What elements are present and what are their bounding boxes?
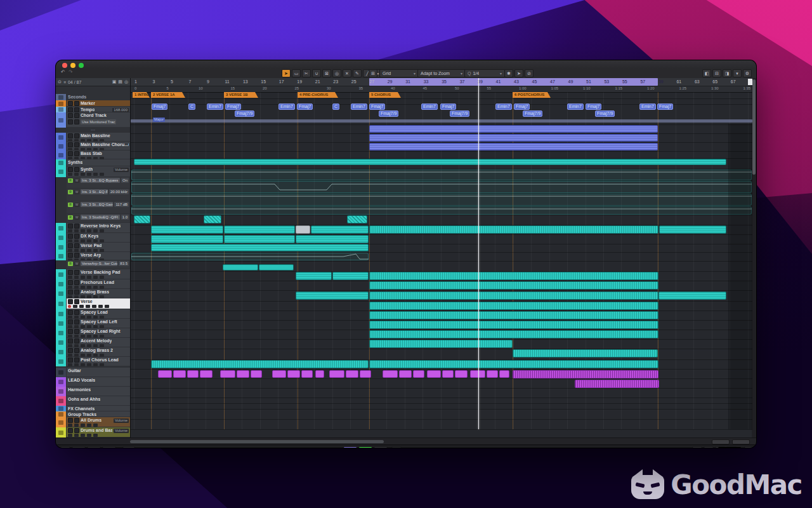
- control-knob[interactable]: [81, 173, 85, 176]
- quantize-extra-icon-0[interactable]: ✱: [504, 69, 513, 77]
- track-row-body[interactable]: RWVerseArp-S...lter Cutoff83.5: [67, 260, 130, 269]
- mute-button[interactable]: [68, 310, 73, 315]
- snap-modes-dropdown[interactable]: ✚▾: [87, 446, 101, 448]
- left-zone-toggle[interactable]: ◧: [702, 69, 711, 77]
- track-row-body[interactable]: FX Channels: [67, 406, 130, 411]
- chord-event[interactable]: Emin7: [421, 104, 438, 110]
- pin-icon[interactable]: ⊙: [58, 79, 62, 84]
- control-knob[interactable]: [74, 434, 79, 437]
- solo-button[interactable]: [74, 270, 79, 275]
- mute-tool-icon[interactable]: ✕: [343, 69, 351, 77]
- track-row[interactable]: Main Bassline: [56, 133, 130, 142]
- chord-event[interactable]: Fmaj7: [586, 104, 601, 110]
- track-row-body[interactable]: RWIns. 3 St...EQ-Freq/Fl20.00 kHz: [67, 189, 130, 201]
- control-knob[interactable]: [93, 173, 98, 176]
- audio-region[interactable]: [369, 281, 658, 290]
- audio-region[interactable]: [399, 370, 412, 378]
- track-color-tab[interactable]: [56, 417, 66, 427]
- record-enable-button[interactable]: [68, 305, 71, 308]
- audio-region[interactable]: [369, 272, 658, 280]
- audio-region[interactable]: [287, 370, 300, 378]
- solo-button[interactable]: [74, 101, 79, 106]
- zoom-tool-icon[interactable]: ◎: [332, 69, 341, 77]
- audio-region[interactable]: [369, 321, 658, 329]
- track-row-body[interactable]: Prechorus Lead: [67, 279, 130, 288]
- track-color-tab[interactable]: [56, 328, 66, 338]
- track-row-body[interactable]: RWIns. 3 StudioEQ -Q/Fl1.0: [67, 214, 130, 222]
- chord-event[interactable]: Emin7: [207, 104, 223, 110]
- vertical-scrollbar[interactable]: [752, 78, 756, 438]
- track-color-tab[interactable]: [56, 319, 66, 328]
- track-row[interactable]: Verse: [56, 298, 130, 309]
- audition-button[interactable]: [74, 119, 79, 124]
- control-knob[interactable]: [87, 173, 91, 176]
- track-row-body[interactable]: LEAD Vocals: [67, 377, 130, 386]
- solo-button[interactable]: [74, 243, 79, 248]
- track-row[interactable]: RWIns. 3 St...EQ-BypassOn: [56, 177, 130, 189]
- audio-region[interactable]: [151, 360, 369, 368]
- solo-button[interactable]: [74, 290, 79, 295]
- chord-event[interactable]: C: [332, 104, 339, 110]
- control-knob[interactable]: [68, 276, 72, 279]
- chord-event[interactable]: Emin7: [351, 104, 367, 110]
- control-knob[interactable]: [81, 229, 85, 232]
- control-knob[interactable]: [93, 276, 98, 279]
- mute-button[interactable]: [68, 113, 73, 118]
- audio-region[interactable]: [204, 215, 221, 224]
- audio-region[interactable]: [369, 302, 658, 310]
- lower-zone-toggle[interactable]: ⊟: [712, 69, 721, 77]
- control-knob[interactable]: [93, 229, 98, 232]
- track-row[interactable]: Accent Melody: [56, 338, 130, 347]
- audio-region[interactable]: [296, 272, 332, 280]
- zoom-button[interactable]: [79, 63, 84, 68]
- audio-region[interactable]: [311, 225, 369, 234]
- track-color-tab[interactable]: [56, 133, 66, 142]
- track-color-tab[interactable]: [56, 309, 66, 319]
- audio-region[interactable]: [224, 235, 295, 243]
- audio-region[interactable]: [369, 340, 513, 348]
- track-row-body[interactable]: Oohs and Ahhs: [67, 396, 130, 405]
- audio-region[interactable]: [151, 235, 223, 243]
- track-row[interactable]: Oohs and Ahhs: [56, 396, 130, 406]
- marker-event[interactable]: 4 PRE-CHORUS: [298, 92, 338, 98]
- solo-button[interactable]: [74, 224, 79, 229]
- mute-button[interactable]: [68, 280, 73, 285]
- chord-event[interactable]: Fmaj7: [297, 104, 313, 110]
- zones-menu[interactable]: ▾: [733, 69, 742, 77]
- track-row[interactable]: SynthVolume: [56, 166, 130, 177]
- read-automation-button[interactable]: R: [68, 190, 73, 194]
- audio-region[interactable]: [158, 370, 172, 378]
- control-knob[interactable]: [74, 229, 79, 232]
- solo-button[interactable]: [74, 167, 79, 172]
- mute-button[interactable]: [68, 290, 73, 295]
- chord-event[interactable]: Fmaj7: [225, 104, 241, 110]
- quantize-extra-icon-2[interactable]: ⊘: [525, 69, 534, 77]
- mute-button[interactable]: [68, 348, 73, 353]
- track-row-body[interactable]: DX Keys: [67, 233, 130, 242]
- chord-event[interactable]: C: [188, 104, 195, 110]
- aq-button[interactable]: AQ: [122, 446, 135, 448]
- track-row[interactable]: LEAD Vocals: [56, 377, 130, 387]
- object-select-tool-icon[interactable]: ➤: [282, 69, 291, 77]
- mute-button[interactable]: [68, 234, 73, 239]
- transport-setup-icon[interactable]: ⚙: [60, 446, 70, 448]
- audio-region[interactable]: [329, 370, 344, 378]
- monitored-track-button[interactable]: Use Monitored Trac: [81, 119, 116, 124]
- track-color-tab[interactable]: [56, 377, 66, 387]
- track-row[interactable]: Synths: [56, 159, 130, 166]
- track-row[interactable]: Spacey Lead Right: [56, 328, 130, 338]
- phones-icon[interactable]: ∩: [704, 446, 714, 448]
- grid-mode-dropdown[interactable]: Adapt to Zoom▾: [417, 69, 466, 77]
- minimize-button[interactable]: [70, 63, 75, 68]
- write-automation-button[interactable]: W: [74, 215, 79, 220]
- track-row-body[interactable]: Reverse Intro Keys: [67, 223, 130, 232]
- audio-region[interactable]: [134, 215, 150, 224]
- audio-region[interactable]: [200, 370, 213, 378]
- control-knob[interactable]: [81, 434, 85, 437]
- automation-parameter-name[interactable]: VerseArp-S...lter Cutoff: [81, 261, 117, 266]
- grid-type-dropdown[interactable]: Grid▾: [379, 69, 419, 77]
- track-row[interactable]: Verse Backing Pad: [56, 269, 130, 279]
- track-row-body[interactable]: Tempo168.000: [67, 107, 130, 112]
- track-row[interactable]: Tempo168.000: [56, 107, 130, 112]
- track-row[interactable]: Chord TrackUse Monitored Trac: [56, 112, 130, 128]
